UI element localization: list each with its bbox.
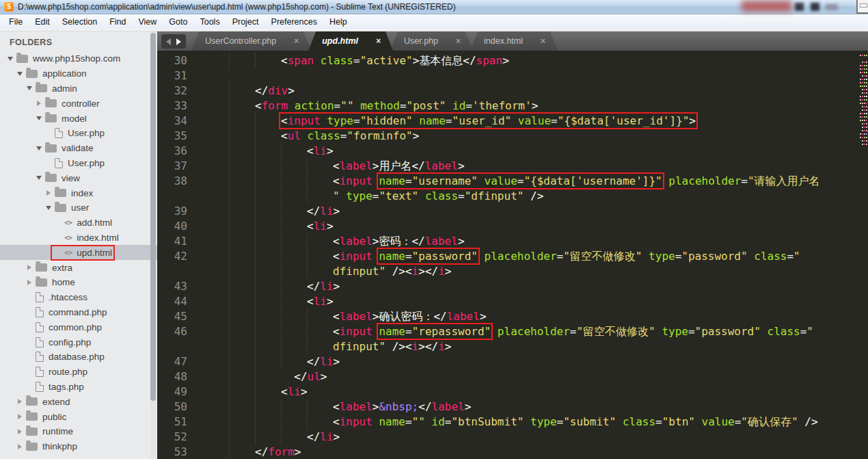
menu-item-find[interactable]: Find: [103, 15, 132, 29]
sidebar-item-User.php[interactable]: User.php: [0, 126, 157, 141]
sidebar-item-admin[interactable]: admin: [0, 81, 157, 96]
code-line[interactable]: 41<label>密码：</label>: [157, 234, 868, 249]
code-line-text: <li>: [189, 384, 308, 399]
menu-item-file[interactable]: File: [3, 15, 29, 29]
menu-item-edit[interactable]: Edit: [29, 15, 56, 29]
code-line[interactable]: 35<ul class="forminfo">: [157, 129, 868, 144]
tab-upd.html[interactable]: upd.html×: [308, 31, 393, 51]
code-line[interactable]: 49<li>: [157, 384, 868, 399]
code-line[interactable]: 50<label>&nbsp;</label>: [157, 399, 868, 415]
code-line[interactable]: 48 </ul>: [157, 369, 868, 384]
sidebar-item-upd.html[interactable]: <>upd.html: [0, 245, 157, 260]
close-tab-icon[interactable]: ×: [456, 36, 461, 46]
expand-arrow-icon[interactable]: [25, 265, 33, 270]
sidebar-item-www.php15shop.com[interactable]: www.php15shop.com: [0, 51, 157, 66]
code-line[interactable]: 52</li>: [157, 430, 868, 445]
code-line[interactable]: dfinput" /><i></i>: [157, 339, 868, 354]
code-line[interactable]: 36<li>: [157, 144, 868, 159]
sidebar-item-index.html[interactable]: <>index.html: [0, 231, 157, 246]
file-icon: [36, 322, 44, 332]
close-tab-icon[interactable]: ×: [541, 36, 545, 46]
collapse-arrow-icon[interactable]: [25, 86, 33, 90]
code-line[interactable]: 46<input name="repassword" placeholder="…: [157, 324, 868, 339]
code-line[interactable]: 44<li>: [157, 294, 868, 309]
collapse-arrow-icon[interactable]: [15, 72, 24, 76]
expand-arrow-icon[interactable]: [15, 444, 24, 449]
sidebar-item-.htaccess[interactable]: .htaccess: [0, 290, 157, 305]
sidebar-item-common.php[interactable]: common.php: [0, 319, 157, 335]
expand-arrow-icon[interactable]: [44, 190, 53, 196]
minimap-line: [862, 92, 867, 94]
code-line[interactable]: 33<form action="" method="post" id='thef…: [157, 99, 868, 114]
code-line[interactable]: 43</li>: [157, 279, 868, 294]
code-line-text: </ul>: [189, 369, 327, 384]
expand-arrow-icon[interactable]: [15, 429, 24, 434]
tree-item-content: common.php: [33, 322, 102, 332]
sidebar-item-user[interactable]: user: [0, 200, 157, 215]
menu-item-tools[interactable]: Tools: [193, 15, 226, 29]
code-line[interactable]: 37<label>用户名</label>: [157, 159, 868, 174]
code-line[interactable]: 51<input name="" id="btnSubmit" type="su…: [157, 415, 868, 430]
sidebar-item-model[interactable]: model: [0, 111, 157, 126]
sidebar-item-view[interactable]: view: [0, 170, 157, 185]
code-line[interactable]: 32</div>: [157, 83, 868, 99]
collapse-arrow-icon[interactable]: [34, 176, 43, 180]
code-line[interactable]: 30<span class="active">基本信息</span>: [157, 53, 868, 68]
sidebar-item-controller[interactable]: controller: [0, 96, 157, 111]
close-tab-icon[interactable]: ×: [294, 36, 299, 46]
menu-item-view[interactable]: View: [132, 15, 163, 29]
tab-index.html[interactable]: index.html×: [470, 31, 558, 51]
sidebar-item-tags.php[interactable]: tags.php: [0, 380, 157, 395]
sidebar-item-index[interactable]: index: [0, 185, 157, 200]
code-line[interactable]: 34<input type="hidden" name="user_id" va…: [157, 114, 868, 129]
code-editor[interactable]: 30<span class="active">基本信息</span>3132</…: [157, 51, 868, 459]
sidebar-item-public[interactable]: public: [0, 409, 157, 424]
code-line[interactable]: 40<li>: [157, 219, 868, 234]
close-tab-icon[interactable]: ×: [376, 36, 381, 46]
menu-item-preferences[interactable]: Preferences: [265, 15, 323, 29]
code-line[interactable]: 38<input name="username" value="{$data['…: [157, 174, 868, 189]
expand-arrow-icon[interactable]: [15, 414, 24, 419]
sidebar-scrollbar-thumb[interactable]: [150, 33, 156, 401]
prev-tab-icon[interactable]: [166, 38, 171, 45]
collapse-arrow-icon[interactable]: [34, 116, 43, 120]
expand-arrow-icon[interactable]: [34, 101, 43, 106]
sidebar-item-database.php[interactable]: database.php: [0, 350, 157, 365]
sidebar-item-home[interactable]: home: [0, 275, 157, 290]
next-tab-icon[interactable]: [176, 38, 181, 45]
code-line[interactable]: dfinput" /><i></i>: [157, 264, 868, 279]
tree-item-content: extra: [33, 263, 72, 273]
tab-UserController.php[interactable]: UserController.php×: [191, 31, 311, 51]
sidebar-item-validate[interactable]: validate: [0, 141, 157, 156]
sidebar-item-User.php[interactable]: User.php: [0, 156, 157, 171]
code-line[interactable]: 53</form>: [157, 445, 868, 459]
sidebar-item-command.php[interactable]: command.php: [0, 305, 157, 320]
collapse-arrow-icon[interactable]: [34, 146, 43, 150]
sidebar-item-thinkphp[interactable]: thinkphp: [0, 439, 157, 454]
sidebar-item-route.php[interactable]: route.php: [0, 365, 157, 380]
collapse-arrow-icon[interactable]: [5, 57, 14, 61]
tree-item-content: thinkphp: [24, 441, 77, 451]
code-line[interactable]: 45<label>确认密码：</label>: [157, 309, 868, 324]
tab-User.php[interactable]: User.php×: [390, 31, 473, 51]
menu-item-selection[interactable]: Selection: [56, 15, 103, 29]
code-line[interactable]: 42<input name="password" placeholder="留空…: [157, 249, 868, 264]
sidebar-item-extend[interactable]: extend: [0, 394, 157, 409]
code-line[interactable]: 31: [157, 68, 868, 83]
expand-arrow-icon[interactable]: [15, 399, 24, 404]
menu-item-goto[interactable]: Goto: [163, 15, 193, 29]
minimap[interactable]: [860, 52, 868, 459]
code-line[interactable]: " type="text" class="dfinput" />: [157, 189, 868, 204]
sidebar-item-add.html[interactable]: <>add.html: [0, 215, 157, 231]
sidebar-item-extra[interactable]: extra: [0, 260, 157, 275]
menu-item-help[interactable]: Help: [323, 15, 353, 29]
code-line[interactable]: 39</li>: [157, 204, 868, 219]
folder-icon: [16, 55, 28, 63]
sidebar-item-application[interactable]: application: [0, 66, 157, 81]
code-line[interactable]: 47</li>: [157, 354, 868, 369]
collapse-arrow-icon[interactable]: [44, 206, 53, 210]
expand-arrow-icon[interactable]: [25, 280, 33, 285]
sidebar-item-runtime[interactable]: runtime: [0, 424, 157, 439]
sidebar-item-config.php[interactable]: config.php: [0, 335, 157, 350]
menu-item-project[interactable]: Project: [226, 15, 265, 29]
